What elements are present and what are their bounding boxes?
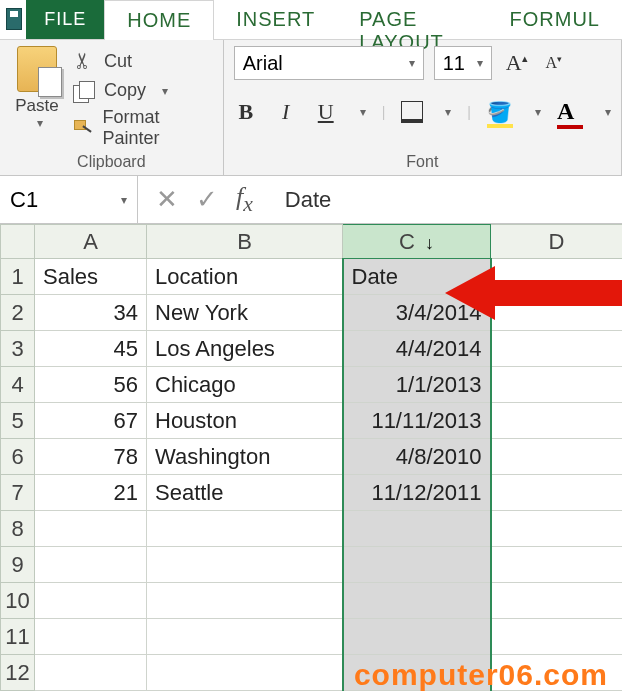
row-header[interactable]: 9	[1, 547, 35, 583]
tab-home[interactable]: HOME	[104, 0, 214, 40]
cell[interactable]: Washington	[147, 439, 343, 475]
column-header-A[interactable]: A	[35, 225, 147, 259]
increase-font-size-button[interactable]: A▴	[502, 50, 532, 76]
row-header[interactable]: 10	[1, 583, 35, 619]
cell[interactable]: 21	[35, 475, 147, 511]
row-header[interactable]: 8	[1, 511, 35, 547]
row-header[interactable]: 5	[1, 403, 35, 439]
tab-page-layout[interactable]: PAGE LAYOUT	[337, 0, 487, 39]
tab-formulas[interactable]: FORMUL	[488, 0, 622, 39]
cell[interactable]: 45	[35, 331, 147, 367]
cell[interactable]	[491, 295, 623, 331]
column-header-C[interactable]: C ↓	[343, 225, 491, 259]
row-header[interactable]: 2	[1, 295, 35, 331]
font-name-combo[interactable]: Arial ▾	[234, 46, 424, 80]
cell[interactable]: 56	[35, 367, 147, 403]
underline-button[interactable]: U	[314, 99, 338, 125]
cell[interactable]: 78	[35, 439, 147, 475]
cell[interactable]	[343, 583, 491, 619]
cell[interactable]: 3/4/2014	[343, 295, 491, 331]
chevron-down-icon[interactable]: ▾	[445, 105, 451, 119]
cell[interactable]	[491, 367, 623, 403]
cell[interactable]	[35, 619, 147, 655]
cell[interactable]: 67	[35, 403, 147, 439]
cancel-icon[interactable]: ✕	[156, 184, 178, 215]
cell[interactable]	[491, 583, 623, 619]
cell[interactable]	[147, 655, 343, 691]
tab-insert[interactable]: INSERT	[214, 0, 337, 39]
cell[interactable]: New York	[147, 295, 343, 331]
chevron-down-icon[interactable]: ▾	[37, 116, 43, 130]
formula-bar: C1 ▾ ✕ ✓ fx Date	[0, 176, 622, 224]
cell[interactable]	[491, 475, 623, 511]
chevron-down-icon[interactable]: ▾	[535, 105, 541, 119]
formula-input[interactable]: Date	[271, 187, 622, 213]
cell[interactable]: Date	[343, 259, 491, 295]
cell[interactable]: Location	[147, 259, 343, 295]
row-header[interactable]: 6	[1, 439, 35, 475]
font-color-button[interactable]: A	[557, 98, 583, 125]
cell[interactable]: 11/12/2011	[343, 475, 491, 511]
cell[interactable]	[147, 583, 343, 619]
chevron-down-icon[interactable]: ▾	[605, 105, 611, 119]
cell[interactable]: Chicago	[147, 367, 343, 403]
row-header[interactable]: 3	[1, 331, 35, 367]
save-icon[interactable]	[6, 8, 22, 30]
chevron-down-icon[interactable]: ▾	[477, 56, 483, 70]
cell[interactable]	[491, 547, 623, 583]
cell[interactable]	[343, 511, 491, 547]
bold-button[interactable]: B	[234, 99, 258, 125]
cell[interactable]	[147, 511, 343, 547]
row-header[interactable]: 4	[1, 367, 35, 403]
row-header[interactable]: 11	[1, 619, 35, 655]
cell[interactable]	[147, 619, 343, 655]
cell[interactable]	[147, 547, 343, 583]
cell[interactable]: Los Angeles	[147, 331, 343, 367]
chevron-down-icon[interactable]: ▾	[162, 84, 168, 98]
tab-file[interactable]: FILE	[26, 0, 104, 39]
paste-button[interactable]: Paste ▾	[10, 46, 64, 149]
column-header-B[interactable]: B	[147, 225, 343, 259]
cell[interactable]	[491, 331, 623, 367]
cell[interactable]: Seattle	[147, 475, 343, 511]
fx-icon[interactable]: fx	[236, 182, 253, 217]
borders-button[interactable]	[401, 101, 423, 123]
cell[interactable]	[491, 403, 623, 439]
fill-color-button[interactable]: 🪣	[487, 100, 513, 124]
cell[interactable]: Sales	[35, 259, 147, 295]
cell[interactable]: 1/1/2013	[343, 367, 491, 403]
worksheet[interactable]: A B C ↓ D 1 Sales Location Date 2 34 New…	[0, 224, 622, 691]
row-header[interactable]: 12	[1, 655, 35, 691]
format-painter-button[interactable]: Format Painter	[72, 107, 213, 149]
cell[interactable]: Houston	[147, 403, 343, 439]
font-size-combo[interactable]: 11 ▾	[434, 46, 492, 80]
cell[interactable]	[35, 511, 147, 547]
cell[interactable]: 4/4/2014	[343, 331, 491, 367]
cell[interactable]	[35, 655, 147, 691]
name-box[interactable]: C1 ▾	[0, 176, 138, 223]
chevron-down-icon[interactable]: ▾	[121, 193, 127, 207]
row-header[interactable]: 7	[1, 475, 35, 511]
cut-button[interactable]: ✂ Cut	[72, 48, 213, 74]
column-header-D[interactable]: D	[491, 225, 623, 259]
copy-button[interactable]: Copy ▾	[72, 80, 213, 101]
cell[interactable]	[491, 259, 623, 295]
decrease-font-size-button[interactable]: A▾	[542, 54, 567, 72]
cell[interactable]	[343, 547, 491, 583]
chevron-down-icon[interactable]: ▾	[360, 105, 366, 119]
cell[interactable]	[491, 439, 623, 475]
enter-icon[interactable]: ✓	[196, 184, 218, 215]
italic-button[interactable]: I	[274, 99, 298, 125]
cell[interactable]	[343, 619, 491, 655]
cell[interactable]	[35, 547, 147, 583]
ribbon-group-clipboard: Paste ▾ ✂ Cut Copy ▾ Format Painter	[0, 40, 224, 175]
select-all-corner[interactable]	[1, 225, 35, 259]
cell[interactable]	[491, 511, 623, 547]
cell[interactable]: 4/8/2010	[343, 439, 491, 475]
chevron-down-icon[interactable]: ▾	[409, 56, 415, 70]
cell[interactable]: 11/11/2013	[343, 403, 491, 439]
row-header[interactable]: 1	[1, 259, 35, 295]
cell[interactable]: 34	[35, 295, 147, 331]
cell[interactable]	[35, 583, 147, 619]
cell[interactable]	[491, 619, 623, 655]
